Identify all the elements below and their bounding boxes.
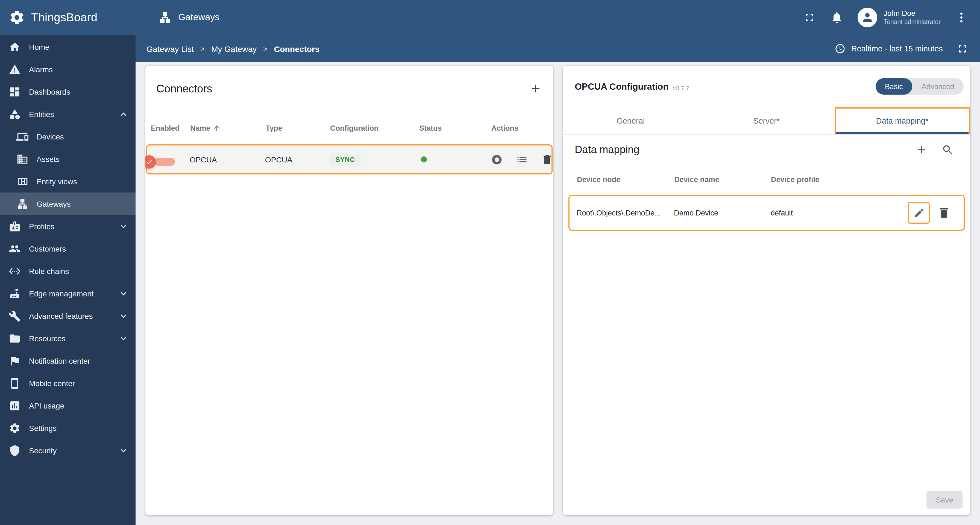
edit-mapping-button[interactable]: [908, 202, 930, 224]
sidebar-item-api-usage[interactable]: API usage: [0, 394, 135, 417]
sidebar-item-gateways[interactable]: Gateways: [0, 193, 135, 215]
sidebar-item-dashboards[interactable]: Dashboards: [0, 80, 135, 103]
sort-ascending-icon: [213, 124, 221, 132]
user-person-icon: [861, 11, 874, 24]
timewindow-selector[interactable]: Realtime - last 15 minutes: [835, 42, 969, 55]
gateways-header-icon: [159, 11, 172, 24]
mapping-row[interactable]: Root\.Objects\.DemoDe... Demo Device def…: [568, 195, 965, 231]
sidebar-item-security[interactable]: Security: [0, 439, 135, 461]
breadcrumb-separator: >: [263, 45, 267, 53]
app-logo[interactable]: ThingsBoard: [0, 9, 135, 26]
home-icon: [9, 41, 21, 53]
column-status: Status: [419, 124, 492, 132]
customers-icon: [9, 243, 21, 255]
chevron-down-icon: [118, 333, 129, 344]
sidebar-item-customers[interactable]: Customers: [0, 237, 135, 260]
gateways-icon: [16, 198, 29, 210]
add-connector-icon[interactable]: [529, 82, 542, 95]
column-name[interactable]: Name: [190, 124, 266, 132]
logs-icon[interactable]: [516, 153, 528, 166]
mode-toggle: Basic Advanced: [876, 78, 964, 95]
save-button[interactable]: Save: [926, 491, 963, 509]
sidebar-item-rule-chains[interactable]: Rule chains: [0, 260, 135, 282]
breadcrumb-connectors: Connectors: [274, 44, 320, 53]
connectors-table-header: Enabled Name Type Configuration Status A…: [145, 112, 553, 144]
sidebar-item-assets[interactable]: Assets: [0, 148, 135, 170]
toggle-knob: [145, 155, 156, 168]
breadcrumb-my-gateway[interactable]: My Gateway: [211, 44, 257, 53]
sidebar-item-settings[interactable]: Settings: [0, 417, 135, 439]
user-info[interactable]: John Doe Tenant administrator: [884, 9, 941, 27]
sidebar-item-home[interactable]: Home: [0, 35, 135, 58]
notifications-bell-icon[interactable]: [830, 11, 843, 24]
profiles-icon: [9, 220, 21, 232]
tab-data-mapping[interactable]: Data mapping*: [834, 107, 970, 134]
connector-name: OPCUA: [190, 155, 265, 164]
settings-icon: [9, 422, 21, 434]
more-menu-icon[interactable]: [955, 11, 968, 24]
app-name: ThingsBoard: [31, 11, 97, 24]
chevron-down-icon: [118, 445, 129, 456]
realtime-range-label: Realtime - last 15 minutes: [851, 44, 943, 53]
edge-management-icon: [9, 287, 21, 299]
delete-mapping-icon[interactable]: [937, 206, 950, 219]
breadcrumb-gateway-list[interactable]: Gateway List: [146, 44, 194, 53]
data-mapping-title: Data mapping: [575, 144, 640, 156]
connector-actions: [491, 153, 553, 166]
security-icon: [9, 444, 21, 456]
mode-basic-button[interactable]: Basic: [876, 78, 912, 95]
column-enabled: Enabled: [151, 124, 190, 132]
column-device-profile: Device profile: [771, 175, 956, 184]
sidebar-item-resources[interactable]: Resources: [0, 327, 135, 349]
sidebar-item-notification-center[interactable]: Notification center: [0, 349, 135, 372]
connector-row-opcua[interactable]: OPCUA OPCUA SYNC: [146, 144, 552, 174]
expand-fullscreen-icon[interactable]: [956, 42, 969, 55]
user-name: John Doe: [884, 9, 941, 18]
add-mapping-icon[interactable]: [915, 144, 928, 156]
sidebar-item-devices[interactable]: Devices: [0, 125, 135, 148]
column-type: Type: [266, 124, 330, 132]
tab-general[interactable]: General: [563, 107, 698, 134]
sidebar-item-entities[interactable]: Entities: [0, 103, 135, 125]
thingsboard-logo-icon: [9, 9, 25, 26]
entities-icon: [9, 108, 21, 120]
dashboards-icon: [9, 86, 21, 97]
sidebar-item-mobile-center[interactable]: Mobile center: [0, 372, 135, 394]
sidebar: Home Alarms Dashboards Entities Devices: [0, 35, 135, 525]
assets-icon: [16, 153, 29, 165]
sidebar-item-edge-management[interactable]: Edge management: [0, 282, 135, 305]
mobile-center-icon: [9, 377, 21, 389]
page-title-label: Gateways: [178, 12, 220, 23]
configuration-title: OPCUA Configuration: [575, 81, 668, 92]
delete-connector-icon[interactable]: [541, 153, 553, 166]
mode-advanced-button[interactable]: Advanced: [912, 78, 964, 95]
chevron-down-icon: [118, 310, 129, 321]
rpc-icon[interactable]: [491, 153, 503, 166]
configuration-version: v3.7.7: [673, 85, 689, 91]
resources-icon: [9, 332, 21, 344]
avatar[interactable]: [858, 8, 877, 27]
chevron-up-icon: [118, 109, 129, 120]
notification-center-icon: [9, 355, 21, 367]
page-title: Gateways: [159, 11, 220, 24]
advanced-features-icon: [9, 310, 21, 322]
toggle-track: [154, 158, 175, 166]
configuration-tabs: General Server* Data mapping*: [563, 107, 970, 134]
alarms-icon: [9, 63, 21, 75]
column-device-name: Device name: [674, 175, 771, 184]
sidebar-item-entity-views[interactable]: Entity views: [0, 170, 135, 193]
search-icon[interactable]: [942, 144, 954, 156]
fullscreen-icon[interactable]: [803, 11, 816, 24]
rule-chains-icon: [9, 265, 21, 277]
connectors-panel: Connectors Enabled Name Type Configurati…: [145, 65, 553, 515]
tab-server[interactable]: Server*: [698, 107, 834, 134]
sidebar-item-profiles[interactable]: Profiles: [0, 215, 135, 237]
sidebar-item-advanced-features[interactable]: Advanced features: [0, 305, 135, 327]
column-device-node: Device node: [577, 175, 674, 184]
connectors-title: Connectors: [156, 82, 212, 95]
sidebar-item-alarms[interactable]: Alarms: [0, 58, 135, 80]
clock-icon: [835, 43, 846, 54]
chevron-down-icon: [118, 288, 129, 299]
topbar-actions: John Doe Tenant administrator: [803, 8, 980, 27]
device-name-value: Demo Device: [674, 209, 771, 217]
